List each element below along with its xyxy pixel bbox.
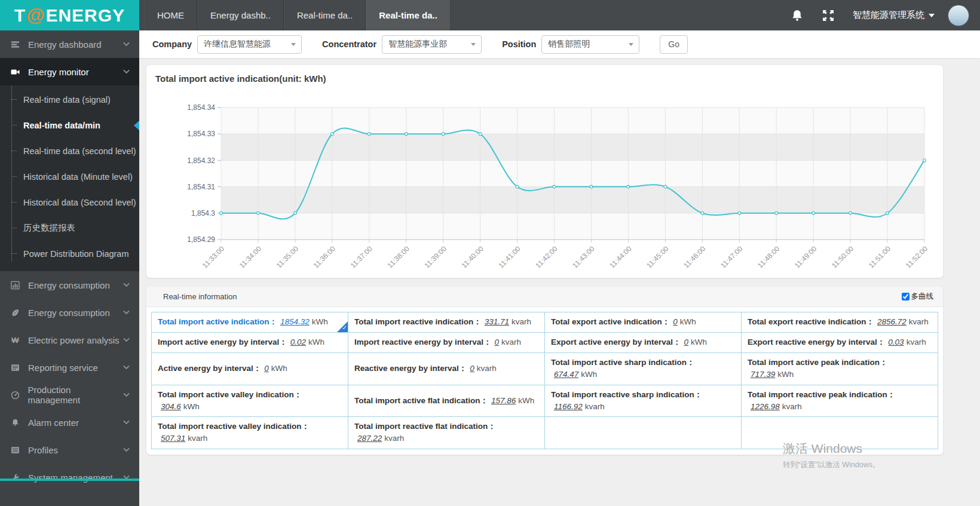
sidebar-item-electric-power-analysis[interactable]: ₩Electric power analysis	[0, 326, 139, 354]
cell-value[interactable]: 1854.32	[280, 317, 310, 326]
cell-label: Total import active peak indication：	[748, 358, 888, 367]
svg-text:11:43:00: 11:43:00	[571, 244, 596, 270]
cell-label: Total export reactive indication：	[748, 317, 874, 326]
svg-text:11:48:00: 11:48:00	[756, 244, 782, 270]
sidebar-item-alarm-center[interactable]: Alarm center	[0, 409, 139, 436]
tab-home[interactable]: HOME	[144, 0, 197, 30]
multi-curve-checkbox[interactable]	[902, 293, 909, 300]
chevron-down-icon	[123, 283, 130, 287]
company-select[interactable]: 许继信息智慧能源	[197, 35, 302, 54]
sidebar-item-production-management[interactable]: Production management	[0, 381, 139, 409]
chevron-down-icon	[629, 43, 633, 46]
sidebar-item-energy-monitor[interactable]: Energy monitor	[0, 58, 139, 85]
cell-unit: kWh	[518, 396, 534, 405]
info-cell: Reactive energy by interval：0kvarh	[348, 353, 545, 385]
cell-label: Total import reactive valley indication：	[158, 422, 310, 431]
info-cell: Total import reactive valley indication：…	[152, 417, 348, 449]
report-icon	[10, 363, 22, 373]
cell-value[interactable]: 1166.92	[554, 402, 583, 411]
cell-value[interactable]: 331.71	[485, 317, 509, 326]
cell-value[interactable]: 507.31	[161, 434, 185, 443]
concentrator-select[interactable]: 智慧能源事业部	[382, 35, 482, 54]
cell-label: Total import reactive sharp indication：	[551, 390, 702, 399]
svg-text:1,854.29: 1,854.29	[187, 235, 215, 244]
cell-value[interactable]: 0	[470, 364, 474, 373]
cell-label: Import active energy by interval：	[158, 338, 287, 346]
svg-text:11:49:00: 11:49:00	[793, 244, 819, 270]
sidebar-item-label: Energy monitor	[28, 67, 89, 77]
realtime-info-header: Real-time information 多曲线	[146, 287, 943, 307]
sidebar-subitem-sub5[interactable]: 历史数据报表	[0, 215, 139, 241]
notification-bell-icon[interactable]	[791, 9, 804, 22]
realtime-info-title: Real-time information	[163, 292, 237, 301]
info-cell: Total import active peak indication：717.…	[742, 353, 938, 385]
cell-value[interactable]: 2856.72	[877, 317, 906, 326]
sidebar-subitem-historical-data-minute-level[interactable]: Historical data (Minute level)	[0, 164, 139, 189]
sidebar-item-energy-dashboard[interactable]: Energy dashboard	[0, 30, 139, 58]
svg-text:1,854.32: 1,854.32	[187, 157, 215, 165]
cell-value[interactable]: 157.86	[491, 396, 516, 405]
svg-text:11:52:00: 11:52:00	[904, 244, 930, 270]
go-button[interactable]: Go	[660, 35, 688, 54]
cell-value[interactable]: 0	[684, 338, 689, 346]
system-menu-dropdown[interactable]: 智慧能源管理系统	[853, 10, 935, 21]
sidebar: Energy dashboardEnergy monitorReal-time …	[0, 30, 139, 506]
chart-card: Total import active indication(unit: kWh…	[146, 65, 943, 278]
cell-value[interactable]: 0.03	[888, 338, 904, 346]
cell-value[interactable]: 287.22	[357, 434, 382, 443]
sidebar-item-energy-consumption[interactable]: Energy consumption	[0, 271, 139, 299]
cell-unit: kvarh	[501, 338, 521, 346]
cell-value[interactable]: 1226.98	[751, 402, 780, 411]
position-select[interactable]: 销售部照明	[541, 35, 639, 54]
user-avatar[interactable]	[948, 5, 969, 26]
cell-unit: kWh	[308, 338, 324, 346]
svg-text:1,854.33: 1,854.33	[187, 130, 215, 138]
nav-tabs: HOMEEnergy dashb..Real-time da..Real-tim…	[144, 0, 451, 30]
cell-label: Export active energy by interval：	[551, 338, 681, 346]
fullscreen-expand-icon[interactable]	[822, 9, 835, 22]
info-cell: Total import active valley indication：30…	[152, 385, 348, 417]
chevron-down-icon	[471, 43, 476, 46]
list-icon	[10, 445, 22, 455]
chevron-down-icon	[123, 420, 130, 425]
sidebar-subitem-power-distribution-diagram[interactable]: Power Distribution Diagram	[0, 241, 139, 266]
svg-text:11:45:00: 11:45:00	[645, 244, 670, 270]
cell-value[interactable]: 0	[673, 317, 678, 326]
tab-real-time-da[interactable]: Real-time da..	[366, 0, 451, 30]
sidebar-item-energy-consumption[interactable]: Energy consumption	[0, 299, 139, 326]
sidebar-item-profiles[interactable]: Profiles	[0, 436, 139, 464]
tab-real-time-da[interactable]: Real-time da..	[284, 0, 366, 30]
cell-unit: kWh	[777, 370, 794, 379]
sidebar-item-reporting-service[interactable]: Reporting service	[0, 354, 139, 381]
leaf-icon	[10, 308, 22, 318]
cell-value[interactable]: 304.6	[161, 402, 181, 411]
table-row: Import active energy by interval：0.02kWh…	[152, 333, 938, 353]
cell-value[interactable]: 0	[264, 364, 269, 373]
sidebar-subitem-real-time-data-second-level[interactable]: Real-time data (second level)	[0, 138, 139, 164]
cell-value[interactable]: 0	[495, 338, 500, 346]
chevron-down-icon	[291, 43, 296, 46]
sidebar-item-label: Production management	[28, 385, 123, 405]
chevron-down-icon	[123, 392, 130, 397]
sidebar-item-system-management[interactable]: System management	[0, 464, 139, 491]
realtime-info-card: Real-time information 多曲线 Total import a…	[146, 287, 943, 455]
cell-label: Total import active flat indication：	[354, 396, 488, 405]
cell-value[interactable]: 717.39	[751, 370, 775, 379]
sidebar-subitem-real-time-data-min[interactable]: Real-time data/min	[0, 112, 139, 138]
cell-value[interactable]: 0.02	[290, 338, 306, 346]
sidebar-item-label: Electric power analysis	[28, 335, 120, 345]
svg-text:11:41:00: 11:41:00	[497, 244, 522, 270]
svg-text:11:35:00: 11:35:00	[275, 244, 301, 270]
sidebar-subitem-real-time-data-signal[interactable]: Real-time data (signal)	[0, 87, 139, 112]
dashboard-icon	[10, 39, 22, 50]
line-chart[interactable]: 1,854.291,854.31,854.311,854.321,854.331…	[146, 85, 936, 275]
company-label: Company	[152, 39, 192, 49]
info-cell: Total import reactive sharp indication：1…	[545, 385, 742, 417]
multi-curve-toggle[interactable]: 多曲线	[902, 292, 934, 302]
cell-value[interactable]: 674.47	[554, 370, 578, 379]
cell-label: Reactive energy by interval：	[354, 364, 467, 373]
sidebar-subitem-historical-data-second-level[interactable]: Historical data (Second level)	[0, 189, 139, 215]
tab-energy-dashb[interactable]: Energy dashb..	[197, 0, 284, 30]
info-cell: Active energy by interval：0kWh	[152, 353, 348, 385]
svg-text:11:33:00: 11:33:00	[201, 244, 226, 270]
